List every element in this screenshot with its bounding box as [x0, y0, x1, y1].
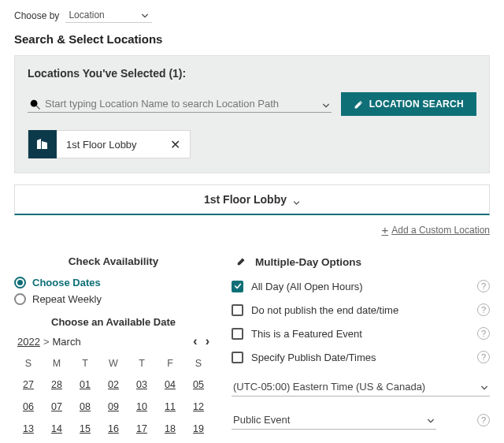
calendar-dow: M	[43, 353, 71, 374]
calendar-day[interactable]: 22	[71, 440, 99, 443]
checkbox-icon	[232, 281, 243, 292]
chevron-down-icon	[480, 382, 488, 390]
choose-by-label: Choose by	[14, 10, 59, 21]
help-icon[interactable]: ?	[477, 414, 490, 426]
add-custom-location-row: + Add a Custom Location	[14, 223, 490, 236]
calendar-day[interactable]: 07	[43, 396, 71, 418]
radio-choose-dates[interactable]: Choose Dates	[14, 277, 213, 289]
location-expand-row[interactable]: 1st Floor Lobby	[14, 184, 490, 215]
option-featured[interactable]: This is a Featured Event ?	[232, 327, 490, 340]
calendar-day[interactable]: 06	[14, 396, 43, 418]
chevron-down-icon	[427, 415, 435, 423]
calendar-day[interactable]: 08	[71, 396, 99, 418]
search-icon	[29, 99, 40, 110]
option-label: Do not publish the end date/time	[251, 304, 398, 316]
options-title: Multiple-Day Options	[255, 256, 361, 268]
calendar-dow: F	[156, 353, 184, 374]
calendar-day[interactable]: 01	[71, 374, 99, 396]
help-icon[interactable]: ?	[477, 327, 490, 340]
option-specify-publish[interactable]: Specify Publish Date/Times ?	[232, 351, 490, 363]
chevron-down-icon	[141, 11, 149, 19]
help-icon[interactable]: ?	[477, 280, 490, 292]
calendar-dow: T	[71, 353, 99, 374]
calendar-day[interactable]: 25	[156, 440, 184, 443]
chevron-down-icon	[293, 196, 300, 203]
remove-location-button[interactable]: ✕	[161, 137, 190, 152]
location-expand-label: 1st Floor Lobby	[204, 193, 287, 206]
calendar-dow: W	[99, 353, 128, 374]
calendar-year[interactable]: 2022	[17, 336, 40, 348]
calendar-day[interactable]: 11	[156, 396, 184, 418]
calendar-day[interactable]: 12	[184, 396, 213, 418]
location-search-input[interactable]	[45, 98, 314, 110]
calendar-month: March	[53, 336, 81, 348]
calendar-day[interactable]: 18	[156, 418, 184, 440]
selected-locations-panel: Locations You've Selected (1): LOCATION …	[14, 55, 490, 173]
calendar-day[interactable]: 19	[184, 418, 213, 440]
option-all-day[interactable]: All Day (All Open Hours) ?	[232, 280, 490, 292]
pencil-icon	[236, 255, 247, 269]
calendar-day[interactable]: 13	[14, 418, 43, 440]
options-column: Multiple-Day Options All Day (All Open H…	[232, 255, 490, 443]
availability-title: Check Availability	[14, 255, 213, 267]
calendar-day[interactable]: 23	[99, 440, 128, 443]
section-title: Search & Select Locations	[14, 32, 490, 46]
calendar-grid: SMTWTFS 27280102030405060708091011121314…	[14, 353, 213, 443]
radio-repeat-weekly[interactable]: Repeat Weekly	[14, 293, 213, 305]
add-custom-location-link[interactable]: Add a Custom Location	[391, 225, 490, 236]
calendar-dow: S	[184, 353, 213, 374]
location-chip: 1st Floor Lobby ✕	[28, 130, 191, 158]
calendar-day[interactable]: 02	[99, 374, 128, 396]
calendar-day[interactable]: 04	[156, 374, 184, 396]
calendar-day[interactable]: 24	[128, 440, 156, 443]
chevron-down-icon[interactable]	[322, 100, 330, 108]
calendar-day[interactable]: 20	[14, 440, 43, 443]
option-no-end[interactable]: Do not publish the end date/time ?	[232, 303, 490, 316]
calendar-title: Choose an Available Date	[14, 316, 213, 328]
visibility-value: Public Event	[233, 414, 290, 426]
calendar-day[interactable]: 28	[43, 374, 71, 396]
visibility-select[interactable]: Public Event	[232, 411, 436, 430]
timezone-select[interactable]: (UTC-05:00) Eastern Time (US & Canada)	[232, 378, 490, 396]
checkbox-icon	[232, 352, 243, 363]
location-chip-label: 1st Floor Lobby	[57, 139, 161, 151]
calendar-day[interactable]: 26	[184, 440, 213, 443]
breadcrumb-separator: >	[43, 336, 50, 348]
choose-by-value: Location	[69, 9, 104, 20]
calendar-day[interactable]: 17	[128, 418, 156, 440]
radio-label: Choose Dates	[32, 277, 101, 289]
option-label: Specify Publish Date/Times	[251, 352, 376, 363]
availability-column: Check Availability Choose Dates Repeat W…	[14, 255, 213, 443]
timezone-value: (UTC-05:00) Eastern Time (US & Canada)	[233, 381, 425, 393]
help-icon[interactable]: ?	[477, 303, 490, 316]
calendar-day[interactable]: 05	[184, 374, 213, 396]
location-search-button[interactable]: LOCATION SEARCH	[341, 92, 476, 116]
option-label: All Day (All Open Hours)	[251, 281, 363, 292]
checkbox-icon	[232, 328, 243, 340]
location-search-button-label: LOCATION SEARCH	[369, 99, 464, 110]
location-search-input-wrap[interactable]	[28, 95, 332, 113]
checkbox-icon	[232, 304, 243, 316]
calendar-day[interactable]: 10	[128, 396, 156, 418]
radio-label: Repeat Weekly	[32, 293, 102, 305]
calendar-day[interactable]: 14	[43, 418, 71, 440]
calendar-dow: S	[14, 353, 43, 374]
calendar-day[interactable]: 09	[99, 396, 128, 418]
radio-icon	[14, 293, 26, 305]
calendar-day[interactable]: 21	[43, 440, 71, 443]
calendar-prev[interactable]: ‹	[193, 334, 197, 348]
radio-icon	[14, 277, 26, 289]
calendar-day[interactable]: 16	[99, 418, 128, 440]
panel-title: Locations You've Selected (1):	[28, 67, 476, 80]
calendar-day[interactable]: 27	[14, 374, 43, 396]
plus-icon: +	[381, 223, 388, 236]
choose-by-select[interactable]: Location	[65, 8, 152, 23]
calendar-next[interactable]: ›	[206, 334, 209, 348]
calendar-day[interactable]: 15	[71, 418, 99, 440]
option-label: This is a Featured Event	[251, 328, 362, 340]
calendar-day[interactable]: 03	[128, 374, 156, 396]
building-icon	[28, 130, 57, 158]
help-icon[interactable]: ?	[477, 351, 490, 363]
calendar-dow: T	[128, 353, 156, 374]
